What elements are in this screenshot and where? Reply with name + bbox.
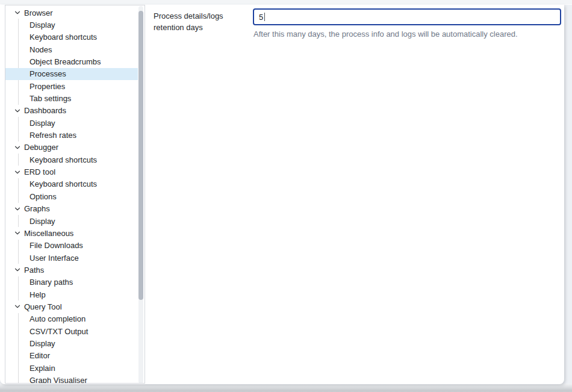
tree-item-erd-tool[interactable]: ERD tool [5, 166, 138, 178]
tree-item-label: Display [30, 119, 55, 128]
tree-item-explain[interactable]: Explain [5, 362, 138, 374]
tree-item-label: Graphs [24, 204, 50, 213]
text-cursor [264, 13, 265, 21]
tree-item-label: User Interface [30, 254, 79, 263]
tree-item-label: Keyboard shortcuts [30, 155, 97, 164]
tree-item-label: Auto completion [30, 314, 85, 323]
tree-item-browser[interactable]: Browser [5, 7, 138, 19]
tree-item-label: Keyboard shortcuts [30, 179, 97, 188]
tree-item-dashboards[interactable]: Dashboards [5, 105, 138, 117]
tree-item-label: Display [30, 217, 55, 226]
tree-item-query-tool[interactable]: Query Tool [5, 300, 138, 313]
tree-item-tab-settings[interactable]: Tab settings [5, 92, 138, 104]
tree-item-label: Browser [24, 8, 53, 17]
tree-item-properties[interactable]: Properties [5, 80, 138, 92]
tree-item-nodes[interactable]: Nodes [5, 43, 138, 55]
tree-item-label: Graph Visualiser [30, 376, 87, 384]
chevron-down-icon[interactable] [13, 266, 22, 274]
tree-item-label: Miscellaneous [24, 229, 73, 238]
tree-item-debugger[interactable]: Debugger [5, 142, 138, 154]
tree-item-object-breadcrumbs[interactable]: Object Breadcrumbs [5, 55, 138, 67]
tree-item-label: Display [30, 339, 55, 348]
tree-item-binary-paths[interactable]: Binary paths [5, 276, 138, 288]
retention-days-field-wrap [253, 8, 561, 25]
preferences-tree-list: BrowserDisplayKeyboard shortcutsNodesObj… [5, 7, 138, 384]
tree-item-refresh-rates[interactable]: Refresh rates [5, 129, 138, 141]
tree-item-label: Explain [30, 364, 55, 373]
tree-item-label: Object Breadcrumbs [30, 57, 101, 66]
chevron-down-icon[interactable] [13, 205, 22, 213]
tree-item-display[interactable]: Display [5, 337, 138, 349]
retention-days-input[interactable] [254, 10, 560, 24]
tree-item-display[interactable]: Display [5, 19, 138, 31]
tree-item-label: Editor [30, 351, 50, 360]
chevron-down-icon[interactable] [13, 229, 22, 237]
tree-item-display[interactable]: Display [5, 117, 138, 129]
field-label: Process details/logs retention days [154, 10, 251, 33]
chevron-down-icon[interactable] [13, 107, 22, 115]
tree-item-editor[interactable]: Editor [5, 350, 138, 362]
tree-item-label: Help [30, 290, 46, 299]
tree-scrollbar[interactable] [138, 6, 144, 384]
dialog-bottom-shadow [0, 384, 572, 392]
tree-item-label: Query Tool [24, 302, 62, 311]
header-divider-strip [0, 0, 572, 5]
preferences-tree-panel: BrowserDisplayKeyboard shortcutsNodesObj… [5, 5, 145, 384]
tree-item-graphs[interactable]: Graphs [5, 203, 138, 215]
tree-item-label: Processes [30, 69, 66, 78]
tree-item-label: Properties [30, 82, 65, 91]
field-helper-text: After this many days, the process info a… [253, 30, 567, 39]
tree-item-label: Debugger [24, 143, 58, 152]
chevron-down-icon[interactable] [13, 8, 22, 17]
tree-item-display[interactable]: Display [5, 215, 138, 227]
tree-item-csv-txt-output[interactable]: CSV/TXT Output [5, 325, 138, 337]
tree-item-keyboard-shortcuts[interactable]: Keyboard shortcuts [5, 154, 138, 166]
chevron-down-icon[interactable] [13, 143, 22, 152]
tree-item-miscellaneous[interactable]: Miscellaneous [5, 227, 138, 239]
tree-item-label: Paths [24, 266, 44, 275]
tree-item-label: Nodes [30, 45, 52, 54]
preferences-dialog: BrowserDisplayKeyboard shortcutsNodesObj… [0, 5, 564, 384]
tree-item-graph-visualiser[interactable]: Graph Visualiser [5, 374, 138, 384]
tree-item-processes[interactable]: Processes [5, 68, 138, 80]
tree-item-keyboard-shortcuts[interactable]: Keyboard shortcuts [5, 178, 138, 190]
tree-item-label: Refresh rates [30, 131, 76, 140]
chevron-down-icon[interactable] [13, 168, 22, 176]
scrollbar-thumb[interactable] [138, 11, 143, 300]
tree-item-file-downloads[interactable]: File Downloads [5, 240, 138, 252]
chevron-down-icon[interactable] [13, 302, 22, 311]
tree-item-label: Dashboards [24, 106, 66, 115]
tree-item-label: CSV/TXT Output [30, 327, 88, 336]
tree-item-label: Tab settings [30, 94, 71, 103]
tree-item-help[interactable]: Help [5, 288, 138, 300]
tree-item-keyboard-shortcuts[interactable]: Keyboard shortcuts [5, 31, 138, 43]
tree-item-auto-completion[interactable]: Auto completion [5, 313, 138, 325]
tree-item-label: File Downloads [30, 241, 83, 250]
tree-item-label: Options [30, 192, 57, 201]
tree-item-paths[interactable]: Paths [5, 264, 138, 276]
tree-item-label: ERD tool [24, 167, 55, 176]
tree-item-label: Keyboard shortcuts [30, 33, 97, 42]
tree-item-user-interface[interactable]: User Interface [5, 252, 138, 264]
tree-item-label: Display [30, 20, 55, 30]
tree-item-options[interactable]: Options [5, 190, 138, 202]
tree-item-label: Binary paths [30, 278, 73, 287]
